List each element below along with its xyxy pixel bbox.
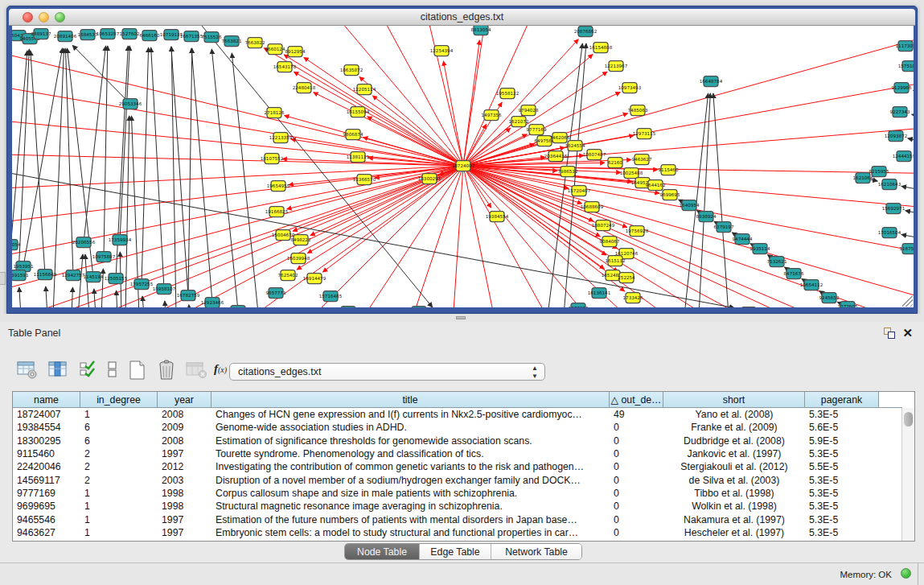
graph-node[interactable]: 10654112 <box>800 280 823 290</box>
graph-node[interactable]: 7986532 <box>558 167 578 177</box>
graph-node[interactable]: 8471676 <box>784 269 804 279</box>
graph-node[interactable]: 9245652 <box>819 293 840 303</box>
graph-edge[interactable] <box>84 46 106 242</box>
graph-edge[interactable] <box>282 166 463 307</box>
table-row[interactable]: 946362711997Embryonic stem cells: a mode… <box>13 526 901 539</box>
graph-node[interactable]: 2935114 <box>750 244 770 254</box>
graph-node[interactable]: 16671355 <box>180 31 203 42</box>
graph-node[interactable]: 9463627 <box>632 154 652 165</box>
graph-edge[interactable] <box>151 47 164 289</box>
graph-node[interactable]: 19756928 <box>626 226 649 237</box>
graph-node[interactable]: 1167533 <box>900 244 914 254</box>
graph-node[interactable]: 7462066 <box>550 133 570 143</box>
graph-node[interactable]: 12505155 <box>105 274 128 284</box>
graph-node[interactable]: 9699695 <box>660 190 680 200</box>
graph-node[interactable]: 1615132 <box>606 256 626 266</box>
graph-node[interactable]: 1145194 <box>84 272 104 282</box>
graph-edge[interactable] <box>284 55 463 166</box>
graph-edge[interactable] <box>31 51 45 274</box>
window-resize-grip[interactable] <box>902 296 913 307</box>
new-table-icon[interactable] <box>127 360 148 382</box>
graph-edge[interactable] <box>120 46 129 240</box>
graph-node[interactable]: 18635872 <box>340 65 363 76</box>
network-window-titlebar[interactable]: citations_edges.txt <box>9 9 915 26</box>
graph-node[interactable]: 20364436 <box>544 151 568 162</box>
graph-node[interactable]: 7485063 <box>628 105 648 116</box>
graph-node[interactable]: 12213967 <box>605 61 628 72</box>
graph-edge[interactable] <box>908 138 914 142</box>
graph-node[interactable]: 7625402 <box>278 270 298 281</box>
graph-node[interactable]: 1640954 <box>680 200 700 211</box>
graph-node[interactable]: 17359934 <box>109 235 132 245</box>
graph-edge[interactable] <box>443 61 463 166</box>
graph-node[interactable]: 9084067 <box>600 237 620 247</box>
table-options-icon[interactable] <box>16 360 39 381</box>
column-header-short[interactable]: short <box>663 392 805 408</box>
graph-node[interactable]: 12093872 <box>885 131 907 142</box>
graph-node[interactable]: 10653287 <box>97 29 120 39</box>
graph-edge[interactable] <box>901 186 914 192</box>
graph-node[interactable]: 8912954 <box>285 47 306 57</box>
graph-node[interactable]: 11381111 <box>347 152 370 163</box>
network-canvas[interactable]: 1604394940557128891372089140618845371065… <box>12 26 914 307</box>
graph-node[interactable]: 7515526 <box>202 32 222 43</box>
graph-node[interactable]: 1527602 <box>120 29 140 39</box>
graph-edge[interactable] <box>117 290 117 307</box>
table-vertical-scrollbar[interactable] <box>901 408 914 541</box>
graph-node[interactable]: 9660124 <box>265 44 285 55</box>
graph-node[interactable]: 1117305 <box>896 41 914 51</box>
graph-edge[interactable] <box>372 96 463 166</box>
graph-node[interactable]: 16648784 <box>700 76 723 87</box>
scrollbar-thumb[interactable] <box>904 412 913 426</box>
column-header-out_degree[interactable]: △ out_de… <box>610 392 663 408</box>
graph-node[interactable]: 9794028 <box>519 105 539 116</box>
graph-edge[interactable] <box>322 166 463 272</box>
graph-edge[interactable] <box>287 166 463 209</box>
graph-node[interactable]: 15751074 <box>898 61 914 72</box>
graph-node[interactable]: 10807487 <box>583 150 606 160</box>
graph-edge[interactable] <box>912 114 914 118</box>
graph-edge[interactable] <box>72 45 130 104</box>
graph-node[interactable]: 8498222 <box>291 235 311 245</box>
splitter-grip-icon[interactable] <box>456 316 466 319</box>
graph-node[interactable]: 12973115 <box>633 129 656 139</box>
graph-node[interactable]: 19558122 <box>496 89 519 99</box>
table-row[interactable]: 1938455462009Genome-wide association stu… <box>13 421 901 434</box>
graph-node[interactable]: 9474444 <box>733 234 753 245</box>
graph-node[interactable]: 15716485 <box>319 291 343 302</box>
table-row[interactable]: 1872400712008Changes of HCN gene express… <box>13 408 901 421</box>
graph-node[interactable]: 1733426 <box>623 293 643 303</box>
graph-node[interactable]: 10688609 <box>581 202 604 212</box>
column-header-name[interactable]: name <box>13 392 80 408</box>
tab-node-table[interactable]: Node Table <box>345 544 420 559</box>
table-row[interactable]: 977716911998Corpus callosum shape and si… <box>13 487 901 500</box>
graph-edge[interactable] <box>33 166 463 307</box>
graph-edge[interactable] <box>232 53 258 307</box>
graph-node[interactable]: 10973493 <box>618 83 642 93</box>
graph-node[interactable]: 20876862 <box>574 27 597 37</box>
graph-node[interactable]: 9644162 <box>646 180 666 191</box>
column-header-in_degree[interactable]: in_degree <box>80 392 158 408</box>
graph-node[interactable]: 2718126 <box>265 108 285 118</box>
delete-column-icon[interactable] <box>185 360 209 381</box>
graph-node[interactable]: 22480418 <box>293 83 316 93</box>
graph-edge[interactable] <box>906 211 914 216</box>
graph-node[interactable]: 1688528 <box>339 307 359 308</box>
tab-edge-table[interactable]: Edge Table <box>420 544 491 559</box>
show-column-icon[interactable] <box>47 360 70 381</box>
graph-edge[interactable] <box>463 166 914 307</box>
graph-node[interactable]: 12254394 <box>430 46 454 56</box>
table-row[interactable]: 969969511998Structural magnetic resonanc… <box>13 500 901 513</box>
graph-edge[interactable] <box>314 93 463 166</box>
tab-network-table[interactable]: Network Table <box>491 544 581 559</box>
graph-node[interactable]: 9245653 <box>739 307 759 308</box>
graph-node[interactable]: 16782759 <box>177 290 200 301</box>
graph-node[interactable]: 2889137 <box>31 29 51 39</box>
graph-node[interactable]: 15720407 <box>568 186 591 196</box>
graph-node[interactable]: 16914479 <box>303 274 326 284</box>
graph-node[interactable]: 12923466 <box>201 298 224 308</box>
column-header-title[interactable]: title <box>211 392 610 408</box>
graph-node[interactable]: 18107552 <box>261 154 283 164</box>
table-row[interactable]: 946554611997Estimation of the future num… <box>13 513 901 526</box>
graph-node[interactable]: 1077605 <box>838 302 858 308</box>
